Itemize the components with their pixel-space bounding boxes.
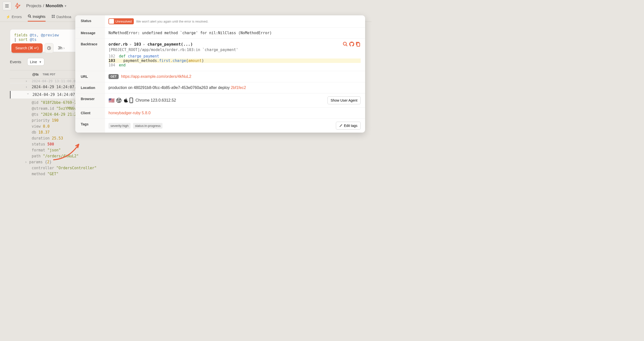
apple-icon	[123, 98, 128, 103]
breadcrumb-root[interactable]: Projects	[26, 4, 41, 9]
chevron-right-icon: ›	[25, 85, 29, 89]
tag-severity[interactable]: severity:high	[108, 123, 130, 129]
log-key-params: params	[29, 160, 42, 164]
log-val-duration: 25.53	[52, 136, 63, 141]
tab-insights[interactable]: Insights	[28, 12, 46, 22]
log-params-open: {	[45, 160, 47, 164]
chevron-down-icon: ›	[26, 93, 30, 97]
chart-type-label: Line	[30, 60, 37, 64]
chart-type-select[interactable]: Line ▼	[27, 58, 44, 66]
code-103-charge: charge	[173, 59, 186, 63]
copy-icon[interactable]	[356, 42, 361, 47]
code-ln-102: 102	[108, 54, 119, 59]
log-key-controller: controller	[32, 166, 54, 170]
tab-errors-label: Errors	[12, 15, 22, 19]
view-events-toggle[interactable]: Events	[10, 60, 21, 64]
time-range-label: 3h	[58, 46, 62, 50]
breadcrumb-separator: /	[43, 4, 44, 9]
pencil-icon	[339, 124, 342, 127]
edit-tags-button[interactable]: Edit tags	[336, 122, 361, 130]
backtrace-line: 103	[134, 42, 141, 47]
breadcrumb: Projects / Monolith ▼	[26, 4, 67, 9]
clock-icon	[47, 46, 51, 50]
history-button[interactable]	[44, 43, 54, 53]
panel-row-location: Location production on 480291b8-0fcc-4b8…	[75, 82, 365, 93]
breadcrumb-project[interactable]: Monolith ▼	[46, 4, 67, 9]
panel-label-message: Message	[75, 28, 105, 39]
code-ln-103: 103	[108, 59, 119, 63]
log-val-id: "018f2bbe-6769-70	[40, 100, 79, 105]
panel-label-status: Status	[75, 15, 105, 27]
code-103-paren1: (	[186, 59, 188, 63]
code-103-dot1: .	[157, 59, 159, 63]
show-user-agent-button[interactable]: Show User Agent	[328, 96, 361, 104]
browser-icons: 🇺🇸	[108, 97, 133, 103]
chevron-right-icon[interactable]: ›	[25, 159, 29, 165]
log-val-ts: "2024-04-29 21:24	[40, 112, 79, 117]
backtrace-actions	[343, 42, 361, 47]
breadcrumb-chevron-icon: ▸	[143, 42, 146, 47]
tag-status[interactable]: status:in-progress	[133, 123, 162, 129]
code-ln-104: 104	[108, 63, 119, 67]
panel-row-message: Message NoMethodError: undefined method …	[75, 28, 365, 39]
location-text: production on 480291b8-0fcc-4b85-a9e7-45…	[108, 86, 231, 90]
status-note: We won't alert you again until the error…	[136, 20, 208, 23]
hamburger-menu-button[interactable]	[2, 2, 12, 11]
edit-tags-label: Edit tags	[344, 124, 358, 128]
log-val-method: "GET"	[47, 172, 58, 176]
topbar: Projects / Monolith ▼	[0, 0, 372, 12]
chevron-down-icon: ▼	[64, 5, 67, 8]
log-val-status: 500	[47, 142, 54, 146]
request-url[interactable]: https://app.example.com/orders/4kNuL2	[121, 74, 192, 79]
log-key-duration: duration	[32, 136, 50, 141]
svg-rect-1	[52, 15, 53, 16]
svg-point-6	[343, 42, 346, 45]
code-fn-name: charge_payment	[128, 54, 159, 59]
client-link[interactable]: honeybadger-ruby 5.8.0	[108, 111, 150, 115]
query-keyword-sort: sort	[18, 38, 28, 42]
log-val-format: "json"	[47, 148, 61, 152]
log-val-controller: "OrdersController"	[56, 166, 96, 170]
panel-label-client: Client	[75, 108, 105, 118]
status-toggle-label: Unresolved	[114, 20, 134, 23]
mobile-icon	[130, 98, 133, 103]
status-toggle[interactable]: Unresolved	[108, 18, 134, 24]
log-val-path: "/orders/4kNuL2"	[43, 154, 79, 158]
log-key-method: method	[32, 172, 45, 176]
panel-label-browser: Browser	[75, 93, 105, 107]
panel-label-location: Location	[75, 82, 105, 93]
backtrace-file: order.rb	[108, 42, 128, 47]
log-key-stream: @stream.id	[32, 106, 54, 111]
log-params-count: 2	[47, 160, 49, 164]
tab-dashboards[interactable]: Dashboa	[52, 12, 71, 22]
code-103-amount: amount	[188, 59, 202, 63]
panel-row-status: Status Unresolved We won't alert you aga…	[75, 15, 365, 28]
app-logo	[14, 2, 22, 11]
error-detail-panel: Status Unresolved We won't alert you aga…	[75, 15, 365, 133]
panel-value-message: NoMethodError: undefined method `charge'…	[105, 28, 365, 39]
github-icon[interactable]	[349, 42, 354, 47]
log-key-priority: priority	[32, 118, 50, 123]
search-button[interactable]: Search (⌘ ↵)	[12, 43, 42, 53]
code-103-paren2: )	[202, 59, 204, 63]
panel-row-browser: Browser 🇺🇸 Chrome 123.0.6312.52 Show Use…	[75, 93, 365, 108]
panel-row-backtrace: Backtrace order.rb ▸ 103 ▸ charge_paymen…	[75, 39, 365, 71]
lightning-logo-icon	[14, 3, 21, 9]
code-snippet: 102 def charge_payment 103 payment_metho…	[108, 54, 361, 67]
backtrace-crumbs: order.rb ▸ 103 ▸ charge_payment(...)	[108, 42, 193, 47]
panel-label-url: URL	[75, 71, 105, 82]
tab-errors[interactable]: ⚡ Errors	[6, 12, 22, 22]
svg-point-11	[131, 102, 132, 102]
log-key-db: db	[32, 130, 36, 135]
backtrace-path: [PROJECT_ROOT]/app/models/order.rb:103:i…	[108, 48, 361, 52]
log-key-status: status	[32, 142, 45, 146]
code-end: end	[119, 63, 126, 67]
time-range-button[interactable]: 3h ›	[56, 43, 67, 53]
code-103-dot2: .	[170, 59, 173, 63]
log-val-stream: "5vzYMN6v	[56, 106, 76, 111]
log-key-view: view	[32, 124, 40, 129]
search-icon[interactable]	[343, 42, 348, 47]
deploy-hash-link[interactable]: 2bf1fec2	[231, 86, 246, 90]
query-keyword-fields: fields	[14, 33, 28, 38]
svg-rect-4	[53, 17, 54, 18]
